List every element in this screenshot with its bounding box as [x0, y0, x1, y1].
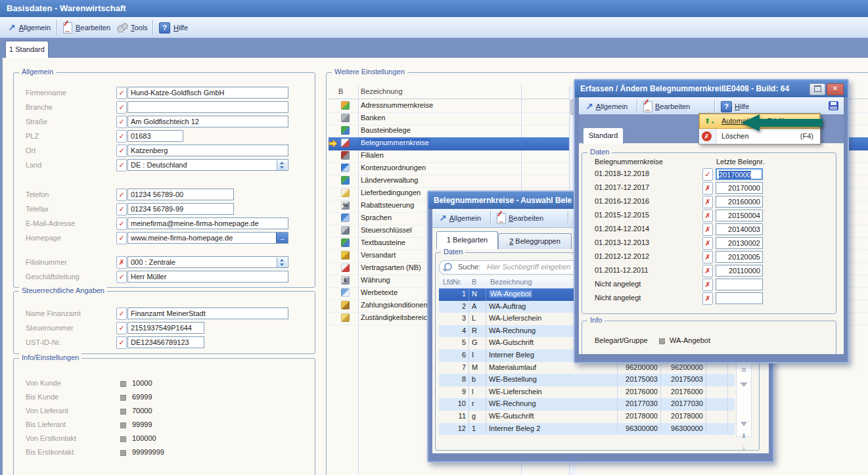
range-label: 01.2013-12.2013: [595, 238, 649, 246]
check-icon[interactable]: ✓: [116, 116, 127, 128]
field-telefax[interactable]: 01234 56789-99: [127, 203, 234, 215]
field-land[interactable]: DE : Deutschland: [127, 159, 288, 171]
info-row-label: Von Kunde: [26, 379, 61, 387]
belegnr-input[interactable]: 20140003: [716, 223, 763, 235]
field-name-finanzamt[interactable]: Finanzamt MeinerStadt: [127, 307, 288, 319]
filter-icon[interactable]: [738, 381, 750, 388]
last-row-icon[interactable]: ⤓: [738, 444, 750, 452]
table-row[interactable]: 8bWE-Bestellung2017500320175003: [439, 374, 735, 386]
field-e-mail-adresse[interactable]: meinefirma@meine-firma-homepage.de: [127, 217, 288, 229]
check-icon[interactable]: ✓: [116, 307, 127, 320]
col-b[interactable]: B: [472, 278, 476, 286]
form-row-ort: Ort✓Katzenberg: [14, 145, 309, 158]
check-icon[interactable]: ✓: [116, 271, 127, 283]
check-icon[interactable]: ✓: [116, 87, 127, 99]
x-icon[interactable]: ✗: [702, 223, 713, 236]
spinner-buttons[interactable]: [277, 160, 287, 170]
x-icon[interactable]: ✗: [702, 182, 713, 194]
x-icon[interactable]: ✗: [702, 279, 713, 291]
check-icon[interactable]: ✓: [116, 189, 127, 201]
menu-item-hilfe[interactable]: ?Hilfe: [159, 20, 188, 35]
cell-lfdnr: 9: [439, 386, 469, 399]
x-icon[interactable]: ✗: [702, 251, 713, 263]
group-allgemein-title: Allgemein: [19, 68, 56, 76]
x-icon[interactable]: ✗: [702, 265, 713, 277]
check-icon[interactable]: ✓: [116, 217, 127, 230]
field-stra-e[interactable]: Am Goldfischteich 12: [127, 116, 288, 127]
menu-item-allgemein[interactable]: ↗Allgemein: [8, 20, 51, 35]
info-row-value: 100000: [132, 434, 156, 442]
x-icon[interactable]: ✗: [702, 292, 713, 305]
edit-col2-header: Letzte Belegnr.: [716, 158, 764, 166]
table-row[interactable]: 11gWE-Gutschrift2017800020178000: [439, 411, 735, 423]
field-label: Straße: [26, 118, 47, 125]
x-icon[interactable]: ✗: [702, 196, 713, 208]
menu-item-hilfe[interactable]: ?Hilfe: [721, 100, 749, 113]
check-icon[interactable]: ✓: [116, 203, 127, 215]
main-toolbar: ↗AllgemeinBearbeitenTools?Hilfe: [0, 17, 868, 38]
field-homepage[interactable]: www.meine-firma-homepage.de→: [127, 232, 288, 244]
cell-code: R: [469, 325, 486, 338]
edit-dialog-title-bar[interactable]: Erfassen / Ändern BelegnummernkreißE0408…: [575, 80, 848, 97]
belegnr-input[interactable]: 20160000: [716, 196, 763, 208]
x-icon[interactable]: ✗: [702, 210, 713, 222]
menu-item-allgemein[interactable]: ↗Allgemein: [585, 100, 628, 113]
field-ort[interactable]: Katzenberg: [127, 145, 288, 156]
save-icon[interactable]: [829, 101, 838, 110]
belegnr-input[interactable]: 20110000: [716, 265, 763, 277]
menu-item-tools[interactable]: Tools: [117, 20, 148, 35]
check-icon[interactable]: ✓: [116, 232, 127, 244]
belegnr-input[interactable]: 20120005: [716, 251, 763, 263]
field-plz[interactable]: 01683: [127, 130, 183, 142]
x-icon[interactable]: ✗: [702, 237, 713, 250]
belegnr-input[interactable]: 20150004: [716, 210, 763, 221]
open-homepage-icon[interactable]: →: [276, 232, 288, 244]
menu-item-bearbeiten[interactable]: Bearbeiten: [643, 100, 690, 113]
field-label: Telefon: [26, 191, 49, 198]
field-branche[interactable]: [127, 101, 288, 113]
check-icon[interactable]: ✓: [702, 168, 713, 181]
belegnr-input[interactable]: 20130002: [716, 237, 763, 249]
menu-item-bearbeiten[interactable]: Bearbeiten: [63, 20, 110, 35]
table-row[interactable]: 7MMaterialumlauf9620000096200000: [439, 362, 735, 374]
spinner-buttons[interactable]: [277, 258, 287, 267]
check-icon[interactable]: ✓: [116, 336, 127, 349]
col-lfdnr[interactable]: LfdNr.: [443, 278, 462, 286]
tab-standard-edit[interactable]: Standard: [583, 127, 624, 144]
form-row-name-finanzamt: Name Finanzamt✓Finanzamt MeinerStadt: [14, 307, 309, 321]
tab-standard[interactable]: 1 Standard: [5, 41, 49, 58]
cell-name: WE-Lieferschein: [486, 386, 618, 399]
tab-belegarten[interactable]: 1 Belegarten: [436, 231, 498, 249]
field-steuernummer[interactable]: 2151937549P1644: [127, 322, 204, 334]
close-button[interactable]: ✕: [827, 83, 844, 95]
table-row[interactable]: 10rWE-Rechnung2017703020177030: [439, 398, 735, 411]
field-filialnummer[interactable]: 000 : Zentrale: [127, 256, 288, 268]
restore-button[interactable]: [810, 83, 825, 95]
check-icon[interactable]: ✓: [116, 145, 127, 157]
arrow-ne-icon: ↗: [439, 214, 447, 223]
move-down-icon[interactable]: [738, 420, 750, 428]
toolbar-separator: [490, 211, 491, 224]
field-firmenname[interactable]: Hund-Katze-Goldfisch GmbH: [127, 87, 288, 99]
delete-icon: ✗: [702, 131, 712, 141]
table-row[interactable]: 9lWE-Lieferschein2017600020176000: [439, 386, 735, 399]
check-icon[interactable]: ✓: [116, 322, 127, 334]
list-icon[interactable]: ≣: [738, 366, 750, 373]
belegnr-input[interactable]: 20170000: [716, 168, 763, 180]
belegnr-input[interactable]: [716, 292, 763, 304]
arrow-down-icon[interactable]: ⬇: [738, 432, 750, 440]
field-telefon[interactable]: 01234 56789-00: [127, 189, 234, 200]
field-ust-id-nr-[interactable]: DE123456789123: [127, 336, 204, 348]
field-gesch-ftsleitung[interactable]: Herr Müller: [127, 271, 288, 283]
x-icon[interactable]: ✗: [116, 256, 127, 269]
col-bezeichnung[interactable]: Bezeichnung: [490, 278, 532, 286]
belegnr-input[interactable]: 20170000: [716, 182, 763, 194]
check-icon[interactable]: ✓: [116, 159, 127, 171]
menu-item-allgemein[interactable]: ↗Allgemein: [439, 212, 481, 225]
check-icon[interactable]: ✓: [116, 130, 127, 143]
belegnr-input[interactable]: [716, 279, 763, 290]
check-icon[interactable]: ✓: [116, 101, 127, 114]
menu-item-bearbeiten[interactable]: Bearbeiten: [497, 212, 543, 225]
tab-beleggruppen[interactable]: 2 Beleggruppen: [498, 233, 572, 249]
table-row[interactable]: 121Interner Beleg 29630000096300000: [439, 423, 735, 436]
